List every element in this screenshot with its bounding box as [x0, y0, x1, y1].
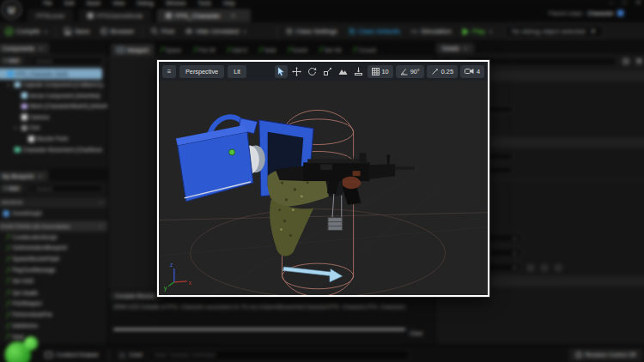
- select-tool-icon[interactable]: [275, 65, 288, 78]
- perspective-button[interactable]: Perspective: [179, 65, 224, 78]
- camera-speed-control[interactable]: 4: [460, 65, 484, 78]
- lit-mode-button[interactable]: Lit: [228, 65, 246, 78]
- menu-item-window[interactable]: Window: [166, 0, 185, 6]
- console-command-input[interactable]: [154, 352, 404, 358]
- menu-item-asset[interactable]: Asset: [86, 0, 100, 6]
- graphs-section-header[interactable]: GRAPHS ＋: [0, 197, 107, 208]
- class-defaults-button[interactable]: Class Defaults: [343, 22, 405, 40]
- menu-item-help[interactable]: Help: [223, 0, 235, 6]
- function-row-performautofire[interactable]: ƒPerformAutoFire: [0, 309, 107, 320]
- move-tool-icon[interactable]: [290, 65, 303, 78]
- components-search-input[interactable]: [36, 58, 100, 63]
- simulation-button[interactable]: Simulation: [405, 22, 457, 40]
- maximize-button[interactable]: □: [623, 0, 626, 6]
- tab-fire-w[interactable]: ƒFire W: [187, 44, 221, 56]
- function-row-spawnmuzzleflash[interactable]: ƒSpawnMuzzleFlash: [0, 253, 107, 264]
- parent-class-value[interactable]: Character: [587, 10, 614, 16]
- component-row-camera[interactable]: Camera: [0, 112, 107, 123]
- function-row-set-health[interactable]: ƒSet Health: [0, 287, 107, 298]
- close-icon[interactable]: ✕: [39, 45, 43, 51]
- tab-viewport[interactable]: Viewport: [111, 44, 155, 56]
- play-button[interactable]: Play▼: [457, 22, 498, 40]
- find-button[interactable]: Find: [146, 22, 179, 40]
- close-icon[interactable]: ✕: [38, 172, 42, 178]
- surface-snapping-icon[interactable]: [352, 65, 365, 78]
- tab-heal[interactable]: ƒHeal: [253, 44, 282, 56]
- add-blueprint-item-button[interactable]: + Add: [0, 184, 23, 192]
- class-settings-button[interactable]: Class Settings: [280, 22, 343, 40]
- expander-icon[interactable]: ▾: [15, 125, 19, 130]
- save-button[interactable]: Save: [59, 22, 95, 40]
- add-function-icon[interactable]: ＋: [98, 222, 103, 230]
- hide-unrelated-button[interactable]: Hide Unrelated▼: [179, 22, 252, 40]
- scale-tool-icon[interactable]: [321, 65, 334, 78]
- tab-add-a[interactable]: ƒAdd A: [222, 44, 253, 56]
- cmd-button[interactable]: Cmd: [112, 352, 149, 359]
- component-row-muzzle-point[interactable]: Muzzle Point: [0, 133, 107, 144]
- menu-item-edit[interactable]: Edit: [64, 0, 74, 6]
- menu-item-view[interactable]: View: [112, 0, 125, 6]
- function-row-set-hud[interactable]: ƒSet HUD: [0, 275, 107, 287]
- compile-button[interactable]: Compile▼: [0, 22, 53, 40]
- details-filter-button[interactable]: [634, 57, 643, 66]
- component-row-gun[interactable]: ▾Gun: [0, 123, 107, 134]
- component-row-capsule-component-collisioncy[interactable]: ▾Capsule Component (CollisionCy: [0, 79, 107, 90]
- close-icon[interactable]: ✕: [464, 45, 468, 51]
- my-blueprint-search-input[interactable]: [36, 186, 100, 191]
- tab-event[interactable]: ƒEvent: [282, 44, 313, 56]
- rotate-tool-icon[interactable]: [306, 65, 319, 78]
- unreal-logo-icon[interactable]: U: [2, 0, 21, 20]
- document-tab-fps-character[interactable]: FPS_Character✕: [157, 9, 251, 22]
- compiler-results-tab[interactable]: Compiler Results: [110, 291, 160, 300]
- functions-section-header[interactable]: FUNCTIONS (20 Overridable) ＋: [0, 220, 107, 231]
- menu-item-file[interactable]: File: [43, 0, 52, 6]
- search-icon: ⌕: [31, 57, 33, 63]
- content-drawer-button[interactable]: Content Drawer: [38, 352, 106, 358]
- close-icon[interactable]: ✕: [231, 12, 236, 19]
- debug-object-dropdown[interactable]: No debug object selected▼: [505, 25, 603, 38]
- function-row-constructionscript[interactable]: ƒConstructionScript: [0, 231, 107, 242]
- my-blueprint-tab[interactable]: My Blueprint✕: [0, 171, 48, 181]
- details-settings-button[interactable]: [621, 57, 630, 66]
- components-tab[interactable]: Components✕: [0, 43, 49, 53]
- function-row-getanimationblueprint[interactable]: ƒGetAnimationBlueprint: [0, 242, 107, 253]
- dropdown-action-icon[interactable]: [526, 263, 535, 272]
- clear-log-button[interactable]: Clear: [410, 330, 423, 336]
- viewport-3d-scene[interactable]: y x z: [159, 81, 488, 295]
- expander-icon[interactable]: ▾: [8, 81, 12, 87]
- document-tab-fpslevel[interactable]: FPSLevel: [27, 9, 73, 22]
- grid-snap-control[interactable]: 10: [368, 65, 393, 78]
- function-row-addammo[interactable]: ƒAddAmmo: [0, 320, 107, 331]
- viewport-toolbar: ≡ Perspective Lit: [159, 62, 488, 81]
- close-button[interactable]: ✕: [635, 0, 641, 6]
- details-tab[interactable]: Details✕: [436, 43, 474, 53]
- tab-set-hit[interactable]: ƒSet Hit: [313, 44, 348, 56]
- dropdown-action-icon[interactable]: [540, 263, 549, 272]
- dropdown-action-icon[interactable]: [554, 263, 562, 272]
- function-icon: ƒ: [7, 300, 9, 307]
- document-tab-fpsgamemode[interactable]: FPSGameMode: [78, 9, 152, 22]
- rotation-snap-control[interactable]: 90°: [396, 65, 424, 78]
- world-local-space-icon[interactable]: [337, 65, 349, 78]
- component-row-mesh-charactermesh0-inherit[interactable]: Mesh (CharacterMesh0) (Inherit: [0, 100, 107, 112]
- browser-button[interactable]: Browser: [94, 22, 139, 40]
- component-row-fps-character-self[interactable]: FPS_Character (Self): [0, 68, 102, 79]
- minimize-button[interactable]: –: [610, 0, 613, 6]
- function-row-fireweapon[interactable]: ƒFireWeapon: [0, 298, 107, 309]
- scale-snap-control[interactable]: 0.25: [427, 65, 458, 78]
- component-row-arrow-component-inherited[interactable]: Arrow Component (Inherited): [0, 90, 107, 101]
- viewport-icon: [117, 47, 124, 52]
- revision-control-icon: [575, 352, 581, 358]
- function-row-playgunmessage[interactable]: ƒPlayGunMessage: [0, 264, 107, 275]
- menu-item-tools[interactable]: Tools: [198, 0, 211, 6]
- function-icon: ƒ: [161, 46, 163, 53]
- viewport-menu-icon[interactable]: ≡: [162, 65, 176, 78]
- component-row-character-movement-charmove[interactable]: Character Movement (CharMove: [0, 144, 107, 155]
- menu-item-debug[interactable]: Debug: [137, 0, 153, 6]
- tab-crouch[interactable]: ƒCrouch: [348, 44, 383, 56]
- add-graph-icon[interactable]: ＋: [98, 199, 103, 207]
- tab-space[interactable]: ƒSpace: [155, 44, 187, 56]
- add-component-button[interactable]: + Add: [0, 57, 23, 64]
- graph-row-eventgraph[interactable]: EventGraph: [0, 208, 107, 219]
- revision-control-button[interactable]: Revision Control Off: [568, 348, 642, 361]
